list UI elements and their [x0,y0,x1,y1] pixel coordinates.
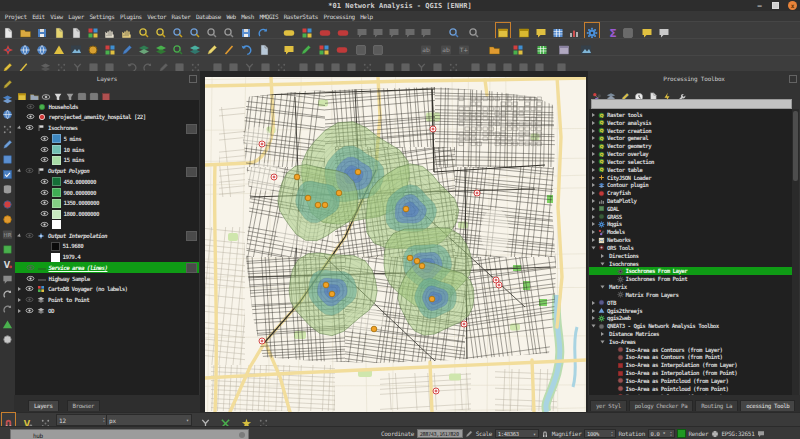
expand-arrow-icon[interactable] [592,152,595,156]
layer-row-5-mins[interactable]: 5 mins [15,133,199,144]
layer-row-1350-0000000[interactable]: 1350.0000000 [15,198,199,209]
processing-row-distance-matrices[interactable]: Distance Matrices [589,330,799,338]
scrollbar-thumb[interactable] [793,111,798,181]
layer-visibility-eye-icon[interactable] [25,284,34,294]
expand-arrow-icon[interactable] [592,121,595,125]
expand-arrow-icon[interactable] [592,199,595,203]
menu-rasterstats[interactable]: RasterStats [281,13,321,20]
expand-arrow-icon[interactable] [592,246,596,249]
render-checkbox[interactable] [677,429,686,438]
menu-vector[interactable]: Vector [145,13,169,20]
expand-arrow-icon[interactable] [592,168,595,172]
locator-clear-icon[interactable] [239,432,245,438]
layer-indicator-badge[interactable] [186,231,197,241]
maximize-button[interactable] [772,2,779,9]
layer-row-cartodb-voyager-no-labels-[interactable]: CartoDB Voyager (no labels) [15,284,199,295]
layer-visibility-eye-icon-dim[interactable] [26,263,35,273]
dock-tab-pology-checker-pa[interactable]: pology Checker Pa [629,400,694,411]
expand-arrow-icon[interactable] [592,222,595,226]
spin-arrows-icon[interactable]: ▲▼ [103,418,104,422]
layer-row-900-0000000[interactable]: 900.0000000 [15,187,199,198]
layer-indicator-badge[interactable] [186,263,197,273]
layer-indicator-badge[interactable] [186,124,197,134]
processing-row-matrix[interactable]: Matrix [589,283,799,291]
processing-row-vector-selection[interactable]: QVector selection [589,158,799,166]
layer-row-1800-0000000[interactable]: 1800.0000000 [15,209,199,220]
processing-row-contour-plugin[interactable]: Contour plugin [589,181,799,189]
processing-row-otb[interactable]: OTB [589,299,799,307]
processing-row-matrix-from-layers[interactable]: Matrix From Layers [589,291,799,299]
expand-arrow-icon[interactable] [592,316,595,320]
layers-panel-dock-icon[interactable] [189,75,197,83]
menu-view[interactable]: View [47,13,65,20]
close-button[interactable]: x [788,1,797,10]
layer-row-isochrones[interactable]: Isochrones [15,123,199,134]
crs-indicator[interactable]: EPSG:32651 [721,430,754,437]
lock-scale-icon[interactable] [541,430,549,438]
layer-visibility-eye-icon-dim[interactable] [26,102,35,112]
menu-settings[interactable]: Settings [87,13,118,20]
expand-arrow-icon[interactable] [592,160,595,164]
layer-row-10-mins[interactable]: 10 mins [15,144,199,155]
dock-tab-layers[interactable]: Layers [28,400,59,411]
layer-visibility-eye-icon[interactable] [26,274,35,284]
layer-row-blank[interactable] [15,219,199,230]
dock-tab-browser[interactable]: Browser [67,400,101,411]
expand-arrow-icon[interactable] [592,176,595,180]
layer-visibility-eye-icon[interactable] [40,198,49,208]
layer-visibility-eye-icon[interactable] [25,123,34,133]
expand-arrow-icon[interactable] [17,233,22,238]
expand-arrow-icon[interactable] [18,309,21,313]
processing-row-vector-general[interactable]: QVector general [589,134,799,142]
layer-row-450-0000000[interactable]: 450.0000000 [15,176,199,187]
layer-row-reprojected-amenity-hospital-2[interactable]: reprojected_amenity_hospital [22] [15,112,199,123]
extents-icon[interactable] [465,430,473,438]
left-toolbar-icon-17[interactable] [2,330,13,349]
dock-tab-ocessing-toolb[interactable]: ocessing Toolb [740,400,795,411]
expand-arrow-icon[interactable] [592,325,596,328]
snap-tolerance-spinbox[interactable]: 12▲▼ [56,414,108,426]
layer-row-1979-4[interactable]: 1979.4 [15,252,199,263]
messages-icon[interactable] [757,430,765,438]
processing-row-grass[interactable]: GRASS [589,213,799,221]
processing-row-vector-overlay[interactable]: QVector overlay [589,150,799,158]
processing-row-iso-area-as-interpolation-from-lay[interactable]: Iso-Area as Interpolation (from Layer) [589,361,799,369]
expand-arrow-icon[interactable] [18,287,21,291]
processing-row-iso-area-as-pointcloud-from-layer-[interactable]: Iso-Area as Pointcloud (from Layer) [589,377,799,385]
processing-tree-scrollbar[interactable] [792,109,799,396]
processing-row-iso-area-as-contours-from-layer-[interactable]: Iso-Area as Contours (from Layer) [589,346,799,354]
snap-units-combo[interactable]: px▾ [106,414,192,426]
coordinate-input[interactable]: 288743,1617820 [417,429,463,438]
layer-row-output-polygon[interactable]: Output Polygon [15,166,199,177]
layer-visibility-eye-icon[interactable] [40,220,49,230]
layer-visibility-eye-icon-dim[interactable] [25,295,34,305]
expand-arrow-icon[interactable] [17,169,22,174]
expand-arrow-icon[interactable] [592,113,595,117]
processing-row-vector-table[interactable]: QVector table [589,166,799,174]
menu-help[interactable]: Help [357,13,375,20]
processing-row-models[interactable]: Models [589,228,799,236]
expand-arrow-icon[interactable] [592,207,595,211]
expand-arrow-icon[interactable] [601,286,605,289]
processing-search-input[interactable] [591,99,792,109]
processing-row-iso-area-as-interpolation-from-poi[interactable]: Iso-Area as Interpolation (from Point) [589,369,799,377]
processing-row-raster-tools[interactable]: QRaster tools [589,111,799,119]
processing-panel-dock-icon[interactable] [789,75,797,83]
layer-row-point-to-point[interactable]: Point to Point [15,295,199,306]
expand-arrow-icon[interactable] [592,183,595,187]
processing-row-iso-area-as-pointcloud-from-point-[interactable]: Iso-Area as Pointcloud (from Point) [589,385,799,393]
locator-input[interactable]: hub [10,429,249,439]
layer-visibility-eye-icon[interactable] [40,145,49,155]
expand-arrow-icon[interactable] [592,129,595,133]
processing-row-directions[interactable]: Directions [589,252,799,260]
layer-row-od[interactable]: OD [15,305,199,316]
processing-row-isochrones-from-point[interactable]: Isochrones From Point [589,275,799,283]
layer-visibility-eye-icon[interactable] [40,177,49,187]
expand-arrow-icon[interactable] [601,254,604,258]
processing-row-isochrones[interactable]: Isochrones [589,260,799,268]
processing-row-networks[interactable]: Networks [589,236,799,244]
processing-row-iso-area-as-contours-from-point-[interactable]: Iso-Area as Contours (from Point) [589,353,799,361]
processing-row-crayfish[interactable]: Crayfish [589,189,799,197]
expand-arrow-icon[interactable] [592,301,595,305]
layer-row-highway-sample[interactable]: Highway Sample [15,273,199,284]
